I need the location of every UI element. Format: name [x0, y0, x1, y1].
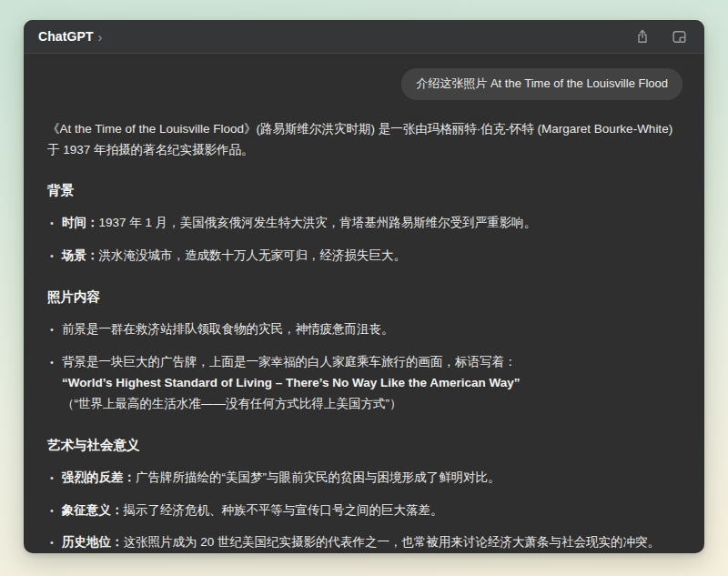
- bullet-text: 这张照片成为 20 世纪美国纪实摄影的代表作之一，也常被用来讨论经济大萧条与社会…: [124, 535, 661, 549]
- list-item: • 场景：洪水淹没城市，造成数十万人无家可归，经济损失巨大。: [47, 246, 682, 267]
- bullet-dot: •: [47, 246, 62, 267]
- section-title-photo-content: 照片内容: [47, 288, 682, 306]
- bullet-dot: •: [47, 213, 62, 234]
- section-title-background: 背景: [47, 181, 682, 199]
- bullet-label: 场景：: [62, 248, 99, 262]
- bullet-dot: •: [47, 532, 62, 553]
- open-in-new-window-icon[interactable]: [670, 27, 688, 45]
- bullet-text: 背景是一块巨大的广告牌，上面是一家幸福的白人家庭乘车旅行的画面，标语写着：: [62, 355, 517, 369]
- list-item: • 象征意义：揭示了经济危机、种族不平等与宣传口号之间的巨大落差。: [47, 500, 682, 521]
- list-item: • 强烈的反差：广告牌所描绘的“美国梦”与眼前灾民的贫困与困境形成了鲜明对比。: [47, 468, 682, 489]
- chatgpt-window: ChatGPT ›: [24, 20, 704, 553]
- chevron-right-icon: ›: [98, 29, 103, 44]
- list-item: • 历史地位：这张照片成为 20 世纪美国纪实摄影的代表作之一，也常被用来讨论经…: [47, 532, 682, 553]
- bullet-label: 时间：: [62, 216, 99, 229]
- bullet-dot: •: [47, 468, 62, 489]
- share-upload-icon[interactable]: [633, 27, 652, 45]
- bullet-text: 前景是一群在救济站排队领取食物的灾民，神情疲惫而沮丧。: [62, 322, 394, 336]
- bullet-label: 象征意义：: [62, 503, 124, 517]
- user-message-row: 介绍这张照片 At the Time of the Louisville Flo…: [47, 68, 682, 100]
- window-titlebar: ChatGPT ›: [24, 20, 704, 54]
- section-title-significance: 艺术与社会意义: [47, 436, 682, 454]
- model-switcher[interactable]: ChatGPT ›: [38, 29, 103, 44]
- bullet-text: 1937 年 1 月，美国俄亥俄河发生特大洪灾，肯塔基州路易斯维尔受到严重影响。: [99, 216, 537, 229]
- bullet-text: 广告牌所描绘的“美国梦”与眼前灾民的贫困与困境形成了鲜明对比。: [136, 470, 500, 484]
- list-item: • 时间：1937 年 1 月，美国俄亥俄河发生特大洪灾，肯塔基州路易斯维尔受到…: [47, 213, 682, 234]
- intro-paragraph: 《At the Time of the Louisville Flood》(路易…: [47, 119, 682, 160]
- list-item: • 背景是一块巨大的广告牌，上面是一家幸福的白人家庭乘车旅行的画面，标语写着： …: [47, 352, 682, 415]
- bullet-label: 历史地位：: [62, 535, 124, 549]
- bullet-text: 洪水淹没城市，造成数十万人无家可归，经济损失巨大。: [99, 248, 407, 262]
- assistant-message: 《At the Time of the Louisville Flood》(路易…: [47, 119, 682, 553]
- chat-scroll-area[interactable]: 介绍这张照片 At the Time of the Louisville Flo…: [24, 54, 704, 553]
- user-message-bubble: 介绍这张照片 At the Time of the Louisville Flo…: [401, 68, 682, 100]
- desktop-background: ChatGPT ›: [0, 0, 728, 576]
- billboard-quote-translation: （“世界上最高的生活水准——没有任何方式比得上美国方式”）: [62, 394, 682, 415]
- billboard-quote: “World’s Highest Standard of Living – Th…: [62, 373, 682, 394]
- titlebar-actions: [633, 27, 688, 45]
- app-title: ChatGPT: [38, 29, 94, 44]
- bullet-label: 强烈的反差：: [62, 470, 136, 484]
- bullet-dot: •: [47, 352, 62, 415]
- list-item: • 前景是一群在救济站排队领取食物的灾民，神情疲惫而沮丧。: [47, 319, 682, 340]
- bullet-dot: •: [47, 319, 62, 340]
- bullet-dot: •: [47, 500, 62, 521]
- bullet-text: 揭示了经济危机、种族不平等与宣传口号之间的巨大落差。: [124, 503, 443, 517]
